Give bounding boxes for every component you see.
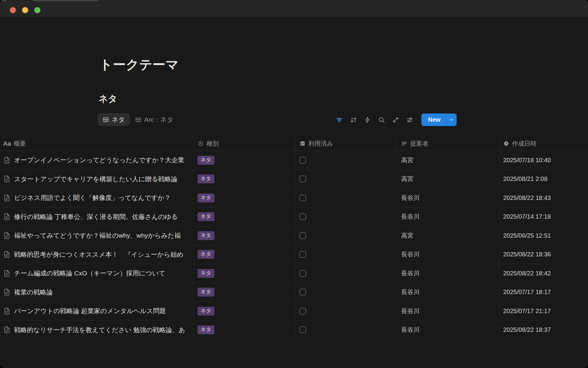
table-row[interactable]: ビジネス用語でよく聞く「解像度」ってなんですか？ ネタ 長谷川 2025/08/…	[0, 189, 588, 208]
type-tag[interactable]: ネタ	[198, 269, 214, 278]
type-tag[interactable]: ネタ	[198, 250, 214, 259]
used-checkbox[interactable]	[300, 195, 306, 201]
minimize-button[interactable]	[22, 7, 28, 13]
cell-type[interactable]: ネタ	[194, 208, 296, 226]
cell-proposer[interactable]: 高宮	[397, 170, 499, 189]
cell-created[interactable]: 2025/07/14 17:18	[499, 208, 588, 226]
cell-proposer[interactable]: 長谷川	[397, 189, 499, 207]
used-checkbox[interactable]	[300, 270, 306, 277]
cell-overview[interactable]: オープンイノベーションってどうなったんですか？大企業	[0, 151, 194, 170]
cell-type[interactable]: ネタ	[194, 189, 296, 207]
zoom-button[interactable]	[34, 7, 40, 13]
used-checkbox[interactable]	[300, 289, 306, 295]
cell-overview[interactable]: ビジネス用語でよく聞く「解像度」ってなんですか？	[0, 189, 194, 207]
cell-used[interactable]	[296, 321, 397, 339]
cell-proposer[interactable]: 長谷川	[397, 245, 499, 264]
cell-created[interactable]: 2025/07/18 10:40	[499, 151, 588, 170]
cell-created[interactable]: 2025/08/22 18:36	[499, 245, 588, 264]
cell-proposer[interactable]: 高宮	[397, 226, 499, 245]
cell-proposer[interactable]: 長谷川	[397, 321, 499, 339]
type-tag[interactable]: ネタ	[198, 307, 214, 316]
cell-used[interactable]	[296, 189, 397, 207]
cell-used[interactable]	[296, 151, 397, 170]
table-row[interactable]: 福祉やってみてどうですか？福祉のwhy、whyからみた福 ネタ 高宮 2025/…	[0, 226, 588, 245]
cell-created[interactable]: 2025/08/22 18:37	[499, 321, 588, 339]
cell-type[interactable]: ネタ	[194, 226, 296, 245]
cell-created[interactable]: 2025/08/21 2:08	[499, 170, 588, 189]
cell-type[interactable]: ネタ	[194, 302, 296, 320]
used-checkbox[interactable]	[300, 327, 306, 333]
used-checkbox[interactable]	[300, 308, 306, 314]
table-row[interactable]: チーム編成の戦略論 CxO（キーマン）採用について ネタ 長谷川 2025/08…	[0, 264, 588, 283]
cell-overview[interactable]: スタートアップでキャリアを構築したい人に贈る戦略論	[0, 170, 194, 189]
cell-type[interactable]: ネタ	[194, 245, 296, 264]
cell-created[interactable]: 2025/06/25 12:51	[499, 226, 588, 245]
view-tab-neta[interactable]: ネタ	[97, 113, 130, 126]
cell-proposer[interactable]: 長谷川	[397, 208, 499, 226]
view-tab-arc-neta[interactable]: Arc：ネタ	[133, 113, 175, 126]
new-button[interactable]: New	[421, 113, 457, 126]
cell-type[interactable]: ネタ	[194, 283, 296, 302]
table-row[interactable]: 修行の戦略論 丁稚奉公、深く潜る期間。佐藤さんのゆる ネタ 長谷川 2025/0…	[0, 208, 588, 227]
cell-overview[interactable]: チーム編成の戦略論 CxO（キーマン）採用について	[0, 264, 194, 283]
type-tag[interactable]: ネタ	[198, 288, 214, 297]
cell-type[interactable]: ネタ	[194, 170, 296, 189]
cell-overview[interactable]: 複業の戦略論	[0, 283, 194, 302]
used-checkbox[interactable]	[300, 213, 306, 220]
used-checkbox[interactable]	[300, 251, 306, 258]
cell-proposer[interactable]: 長谷川	[397, 302, 499, 320]
column-header-created[interactable]: 作成日時	[499, 136, 588, 151]
type-tag[interactable]: ネタ	[198, 174, 214, 183]
used-checkbox[interactable]	[300, 157, 306, 163]
type-tag[interactable]: ネタ	[198, 156, 214, 165]
column-header-used[interactable]: 利用済み	[296, 136, 397, 151]
used-checkbox[interactable]	[300, 232, 306, 239]
cell-proposer[interactable]: 高宮	[397, 151, 499, 170]
column-header-type[interactable]: 種別	[194, 136, 296, 151]
view-settings-icon[interactable]	[406, 116, 413, 124]
used-checkbox[interactable]	[300, 176, 306, 182]
type-tag[interactable]: ネタ	[198, 325, 214, 334]
filter-icon[interactable]	[336, 116, 343, 124]
expand-icon[interactable]	[392, 116, 399, 124]
table-row[interactable]: 戦略的なリサーチ手法を教えてください 勉強の戦略論、あ ネタ 長谷川 2025/…	[0, 321, 588, 340]
automation-lightning-icon[interactable]	[364, 116, 371, 124]
close-button[interactable]	[10, 7, 16, 13]
cell-created[interactable]: 2025/07/17 21:17	[499, 302, 588, 320]
cell-overview[interactable]: 福祉やってみてどうですか？福祉のwhy、whyからみた福	[0, 226, 194, 245]
collection-title[interactable]: ネタ	[99, 93, 117, 105]
cell-type[interactable]: ネタ	[194, 151, 296, 170]
type-tag[interactable]: ネタ	[198, 212, 214, 221]
cell-overview[interactable]: 戦略的なリサーチ手法を教えてください 勉強の戦略論、あ	[0, 321, 194, 339]
column-header-overview[interactable]: Aa 概要	[0, 136, 194, 151]
type-tag[interactable]: ネタ	[198, 231, 214, 240]
cell-used[interactable]	[296, 208, 397, 226]
table-row[interactable]: オープンイノベーションってどうなったんですか？大企業 ネタ 高宮 2025/07…	[0, 151, 588, 170]
page-title[interactable]: トークテーマ	[100, 56, 179, 73]
cell-used[interactable]	[296, 283, 397, 302]
cell-type[interactable]: ネタ	[194, 321, 296, 339]
cell-created[interactable]: 2025/08/22 18:42	[499, 264, 588, 283]
cell-overview[interactable]: 戦略的思考が身につくオススメ本！ 『イシューから始め	[0, 245, 194, 264]
cell-used[interactable]	[296, 170, 397, 189]
cell-used[interactable]	[296, 245, 397, 264]
chevron-down-icon[interactable]	[446, 113, 457, 126]
cell-used[interactable]	[296, 264, 397, 283]
cell-created[interactable]: 2025/07/17 18:17	[499, 283, 588, 302]
cell-proposer[interactable]: 長谷川	[397, 264, 499, 283]
cell-overview[interactable]: バーンアウトの戦略論 起業家のメンタルヘルス問題	[0, 302, 194, 320]
column-header-proposer[interactable]: 提案者	[397, 136, 499, 151]
cell-type[interactable]: ネタ	[194, 264, 296, 283]
sort-icon[interactable]	[350, 116, 357, 124]
table-row[interactable]: バーンアウトの戦略論 起業家のメンタルヘルス問題 ネタ 長谷川 2025/07/…	[0, 302, 588, 321]
table-row[interactable]: 戦略的思考が身につくオススメ本！ 『イシューから始め ネタ 長谷川 2025/0…	[0, 245, 588, 264]
cell-used[interactable]	[296, 302, 397, 320]
type-tag[interactable]: ネタ	[198, 194, 214, 202]
cell-proposer[interactable]: 長谷川	[397, 283, 499, 302]
search-icon[interactable]	[378, 116, 385, 124]
cell-overview[interactable]: 修行の戦略論 丁稚奉公、深く潜る期間。佐藤さんのゆる	[0, 208, 194, 226]
cell-created[interactable]: 2025/08/22 18:43	[499, 189, 588, 207]
table-row[interactable]: スタートアップでキャリアを構築したい人に贈る戦略論 ネタ 高宮 2025/08/…	[0, 170, 588, 189]
table-row[interactable]: 複業の戦略論 ネタ 長谷川 2025/07/17 18:17	[0, 283, 588, 302]
cell-used[interactable]	[296, 226, 397, 245]
